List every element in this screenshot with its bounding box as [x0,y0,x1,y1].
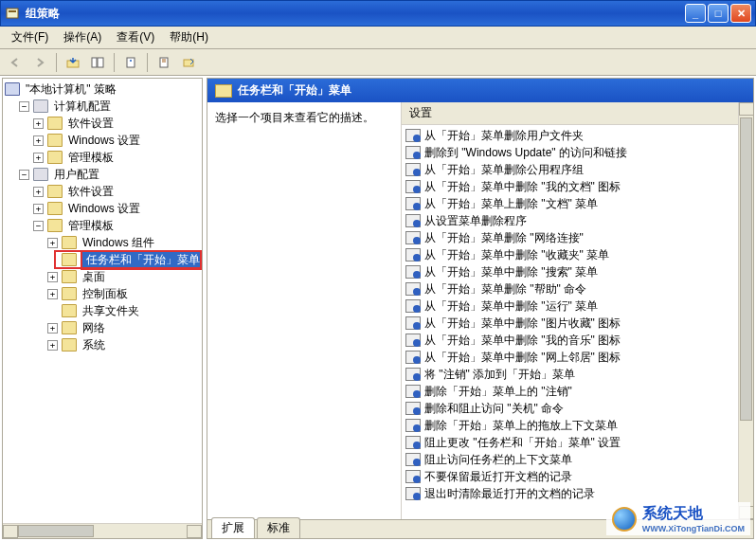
policy-item[interactable]: 从「开始」菜单删除公用程序组 [402,161,753,178]
policy-item[interactable]: 删除到 "Windows Update" 的访问和链接 [402,144,753,161]
policy-label: 删除和阻止访问 "关机" 命令 [424,401,564,417]
app-icon [5,6,20,21]
policy-item[interactable]: 从「开始」菜单中删除 "运行" 菜单 [402,298,753,315]
folder-icon [47,185,63,198]
back-button [4,52,27,73]
tree-item[interactable]: − 管理模板 [5,217,202,234]
policy-item[interactable]: 从「开始」菜单中删除 "图片收藏" 图标 [402,315,753,332]
policy-item[interactable]: 从「开始」菜单中删除 "收藏夹" 菜单 [402,246,753,263]
policy-label: 从「开始」菜单中删除 "网上邻居" 图标 [424,350,621,366]
tree-label: 控制面板 [81,286,130,302]
tree-label: 软件设置 [66,116,116,132]
policy-item[interactable]: 删除和阻止访问 "关机" 命令 [402,400,753,417]
policy-item[interactable]: 从「开始」菜单中删除 "我的文档" 图标 [402,178,753,195]
tree-item[interactable]: + Windows 设置 [5,132,202,149]
policy-item[interactable]: 阻止访问任务栏的上下文菜单 [402,451,753,468]
expander-icon[interactable]: + [33,204,44,214]
window-title: 组策略 [26,6,685,22]
toolbar-separator [56,53,57,72]
menu-file[interactable]: 文件(F) [4,27,56,48]
tree-computer-config[interactable]: − 计算机配置 [5,98,202,115]
policy-root-icon [5,82,20,96]
menu-action[interactable]: 操作(A) [56,27,109,48]
policy-label: 从「开始」菜单删除 "帮助" 命令 [424,281,586,298]
titlebar[interactable]: 组策略 _ □ ✕ [0,0,756,27]
tree-item-taskbar-start[interactable]: 任务栏和「开始」菜单 [5,251,202,268]
expander-icon[interactable]: + [47,340,58,351]
policy-item[interactable]: 从「开始」菜单删除用户文件夹 [402,127,753,144]
scroll-right-button[interactable] [187,525,202,538]
expander-icon[interactable]: + [33,187,44,197]
tree-label: 网络 [81,320,107,336]
tree-item[interactable]: + 桌面 [5,268,202,285]
settings-list: 设置 从「开始」菜单删除用户文件夹删除到 "Windows Update" 的访… [402,102,753,519]
policy-label: 不要保留最近打开文档的记录 [424,469,572,485]
menu-view[interactable]: 查看(V) [109,27,162,48]
pane-header: 任务栏和「开始」菜单 [207,79,753,102]
toolbar-separator [114,53,115,72]
policy-item[interactable]: 从「开始」菜单中删除 "搜索" 菜单 [402,263,753,280]
close-button[interactable]: ✕ [730,4,751,23]
scroll-thumb[interactable] [740,117,752,421]
tree-root[interactable]: "本地计算机" 策略 [5,81,202,98]
policy-label: 退出时清除最近打开的文档的记录 [424,486,595,502]
minimize-button[interactable]: _ [685,4,706,23]
scroll-up-button[interactable] [739,102,753,116]
scroll-thumb[interactable] [18,525,94,537]
scroll-left-button[interactable] [3,525,18,538]
policy-item[interactable]: 从设置菜单删除程序 [402,212,753,229]
policy-item[interactable]: 删除「开始」菜单上的 "注销" [402,383,753,400]
policy-tree[interactable]: "本地计算机" 策略 − 计算机配置 + 软件设置 + Windows 设置 [3,79,202,523]
tab-standard[interactable]: 标准 [257,517,300,538]
policy-item[interactable]: 删除「开始」菜单上的拖放上下文菜单 [402,417,753,434]
folder-icon [62,270,77,283]
policy-item[interactable]: 从「开始」菜单上删除 "文档" 菜单 [402,195,753,212]
tree-item[interactable]: + Windows 组件 [5,234,202,251]
policy-item[interactable]: 不要保留最近打开文档的记录 [402,468,753,485]
properties-button[interactable] [119,52,142,73]
tree-item[interactable]: + 系统 [5,336,202,353]
policy-item[interactable]: 从「开始」菜单删除 "网络连接" [402,229,753,246]
globe-icon [612,507,637,532]
expander-icon[interactable]: + [47,289,58,299]
export-button[interactable] [177,52,200,73]
tree-item[interactable]: + 软件设置 [5,115,202,132]
vertical-scrollbar[interactable] [738,102,753,519]
policy-item[interactable]: 从「开始」菜单删除 "帮助" 命令 [402,280,753,298]
menubar: 文件(F) 操作(A) 查看(V) 帮助(H) [0,27,756,49]
expander-icon[interactable]: + [33,118,44,129]
expander-icon[interactable]: + [47,272,58,282]
tree-user-config[interactable]: − 用户配置 [5,166,202,183]
policy-item[interactable]: 将 "注销" 添加到「开始」菜单 [402,366,753,383]
up-folder-button[interactable] [62,52,84,73]
policy-item[interactable]: 退出时清除最近打开的文档的记录 [402,485,753,502]
expander-icon[interactable]: + [33,153,44,163]
horizontal-scrollbar[interactable] [3,523,202,538]
column-header-settings[interactable]: 设置 [402,102,753,125]
pane-body: 选择一个项目来查看它的描述。 设置 从「开始」菜单删除用户文件夹删除到 "Win… [207,102,753,519]
expander-icon[interactable]: + [33,135,44,146]
filter-button[interactable] [153,52,175,73]
tree-item[interactable]: + Windows 设置 [5,200,202,217]
policy-icon [405,163,421,176]
tree-item[interactable]: 共享文件夹 [5,302,202,319]
tab-extended[interactable]: 扩展 [211,517,255,538]
tree-label: 任务栏和「开始」菜单 [81,250,202,270]
expander-icon[interactable]: + [47,238,58,248]
policy-item[interactable]: 从「开始」菜单中删除 "我的音乐" 图标 [402,332,753,349]
expander-icon[interactable]: + [47,323,58,334]
tree-item[interactable]: + 网络 [5,319,202,336]
show-hide-tree-button[interactable] [86,52,109,73]
expander-icon[interactable]: − [33,221,44,231]
tree-item[interactable]: + 软件设置 [5,183,202,200]
menu-help[interactable]: 帮助(H) [162,27,216,48]
expander-icon[interactable]: − [19,170,29,180]
tree-item[interactable]: + 管理模板 [5,149,202,166]
policy-item[interactable]: 阻止更改 "任务栏和「开始」菜单" 设置 [402,434,753,451]
policy-icon [405,282,421,296]
list-body[interactable]: 从「开始」菜单删除用户文件夹删除到 "Windows Update" 的访问和链… [402,125,753,519]
maximize-button[interactable]: □ [708,4,729,23]
policy-item[interactable]: 从「开始」菜单中删除 "网上邻居" 图标 [402,349,753,366]
expander-icon[interactable]: − [19,101,29,112]
tree-item[interactable]: + 控制面板 [5,285,202,302]
